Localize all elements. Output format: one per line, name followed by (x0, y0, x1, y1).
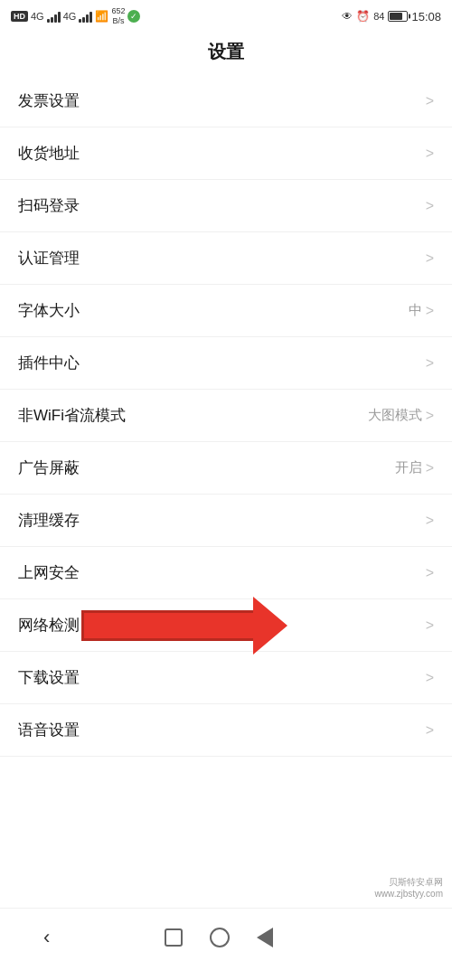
watermark: 贝斯特安卓网 www.zjbstyy.com (375, 876, 443, 899)
bottom-nav: ‹ (0, 908, 452, 980)
time-display: 15:08 (411, 10, 441, 24)
menu-item-label-address: 收货地址 (18, 143, 80, 164)
menu-item-label-qr-login: 扫码登录 (18, 195, 80, 216)
data-speed: 652 B/s (111, 6, 125, 26)
bar1 (79, 19, 81, 23)
bar4 (89, 12, 92, 23)
menu-item-left-ad-block: 广告屏蔽 (18, 457, 80, 478)
menu-item-label-download: 下载设置 (18, 667, 80, 688)
menu-item-left-qr-login: 扫码登录 (18, 195, 80, 216)
menu-item-clear-cache[interactable]: 清理缓存> (0, 495, 452, 547)
menu-item-web-security[interactable]: 上网安全> (0, 547, 452, 599)
page-header: 设置 (0, 33, 452, 75)
menu-item-network-check[interactable]: 网络检测> (0, 599, 452, 652)
menu-item-left-network-check: 网络检测 (18, 615, 80, 636)
menu-item-left-clear-cache: 清理缓存 (18, 510, 80, 531)
menu-item-right-plugins: > (426, 355, 434, 372)
menu-item-label-wifi-save: 非WiFi省流模式 (18, 405, 126, 426)
wifi-icon: 📶 (95, 10, 108, 23)
menu-item-right-voice: > (426, 722, 434, 739)
chevron-address: > (426, 146, 434, 162)
home-button[interactable] (210, 928, 230, 947)
back-button[interactable]: ‹ (36, 919, 57, 956)
menu-item-right-web-security: > (426, 565, 434, 581)
bar2 (82, 17, 85, 23)
menu-item-right-qr-login: > (426, 198, 434, 214)
chevron-invoice: > (426, 93, 434, 109)
menu-item-label-voice: 语音设置 (18, 720, 80, 740)
chevron-font-size: > (426, 303, 434, 319)
battery-box (388, 11, 408, 22)
menu-item-label-web-security: 上网安全 (18, 562, 80, 583)
nav-home-group (165, 928, 273, 947)
arrow-head (253, 597, 287, 655)
security-icon: ✓ (127, 10, 140, 23)
menu-item-plugins[interactable]: 插件中心> (0, 337, 452, 390)
chevron-network-check: > (426, 617, 434, 634)
menu-item-download[interactable]: 下载设置> (0, 652, 452, 704)
menu-item-right-wifi-save: 大图模式> (368, 407, 434, 424)
bar3 (54, 14, 57, 23)
menu-item-left-web-security: 上网安全 (18, 562, 80, 583)
chevron-download: > (426, 670, 434, 686)
alarm-icon: ⏰ (356, 10, 370, 23)
signal-bars-1 (47, 10, 61, 23)
menu-item-label-clear-cache: 清理缓存 (18, 510, 80, 531)
menu-item-label-ad-block: 广告屏蔽 (18, 457, 80, 478)
chevron-ad-block: > (426, 460, 434, 476)
chevron-voice: > (426, 722, 434, 739)
bar1 (47, 19, 50, 23)
menu-item-left-wifi-save: 非WiFi省流模式 (18, 405, 126, 426)
watermark-line2: www.zjbstyy.com (375, 889, 443, 899)
menu-item-right-invoice: > (426, 93, 434, 109)
menu-item-value-wifi-save: 大图模式 (368, 407, 422, 424)
menu-item-left-address: 收货地址 (18, 143, 80, 164)
status-left: HD 4G 4G 📶 652 B/s ✓ (11, 6, 140, 26)
menu-item-right-download: > (426, 670, 434, 686)
menu-item-wifi-save[interactable]: 非WiFi省流模式大图模式> (0, 390, 452, 442)
signal-bars-2 (79, 10, 92, 23)
menu-item-right-clear-cache: > (426, 513, 434, 529)
menu-item-font-size[interactable]: 字体大小中> (0, 285, 452, 337)
battery-fill (390, 13, 402, 20)
menu-item-left-plugins: 插件中心 (18, 353, 80, 373)
chevron-plugins: > (426, 355, 434, 372)
menu-item-invoice[interactable]: 发票设置> (0, 75, 452, 127)
menu-item-label-plugins: 插件中心 (18, 353, 80, 373)
menu-item-right-network-check: > (426, 617, 434, 634)
menu-list: 发票设置>收货地址>扫码登录>认证管理>字体大小中>插件中心>非WiFi省流模式… (0, 75, 452, 908)
recent-apps-button[interactable] (165, 928, 183, 947)
menu-item-right-font-size: 中> (409, 302, 434, 319)
bar4 (58, 12, 61, 23)
chevron-auth: > (426, 250, 434, 267)
eye-icon: 👁 (342, 10, 353, 23)
menu-item-qr-login[interactable]: 扫码登录> (0, 180, 452, 232)
menu-item-right-address: > (426, 146, 434, 162)
page-title: 设置 (208, 42, 244, 61)
menu-item-left-download: 下载设置 (18, 667, 80, 688)
status-bar: HD 4G 4G 📶 652 B/s ✓ 👁 ⏰ 84 15:08 (0, 0, 452, 33)
chevron-clear-cache: > (426, 513, 434, 529)
menu-item-label-auth: 认证管理 (18, 248, 80, 269)
back-nav-button[interactable] (257, 928, 273, 947)
chevron-qr-login: > (426, 198, 434, 214)
bar2 (51, 17, 53, 23)
menu-item-auth[interactable]: 认证管理> (0, 232, 452, 285)
menu-item-right-ad-block: 开启> (395, 459, 434, 476)
menu-item-value-ad-block: 开启 (395, 459, 422, 476)
menu-item-voice[interactable]: 语音设置> (0, 704, 452, 757)
menu-item-ad-block[interactable]: 广告屏蔽开启> (0, 442, 452, 495)
watermark-line1: 贝斯特安卓网 (375, 876, 443, 889)
menu-item-label-font-size: 字体大小 (18, 300, 80, 321)
menu-item-left-font-size: 字体大小 (18, 300, 80, 321)
menu-item-left-voice: 语音设置 (18, 720, 80, 740)
menu-item-right-auth: > (426, 250, 434, 267)
chevron-web-security: > (426, 565, 434, 581)
menu-item-label-invoice: 发票设置 (18, 90, 80, 111)
battery-percent: 84 (373, 11, 384, 22)
red-arrow-annotation (81, 597, 287, 655)
chevron-wifi-save: > (426, 408, 434, 424)
arrow-shaft (81, 610, 253, 641)
status-right: 👁 ⏰ 84 15:08 (342, 10, 441, 24)
menu-item-address[interactable]: 收货地址> (0, 127, 452, 180)
